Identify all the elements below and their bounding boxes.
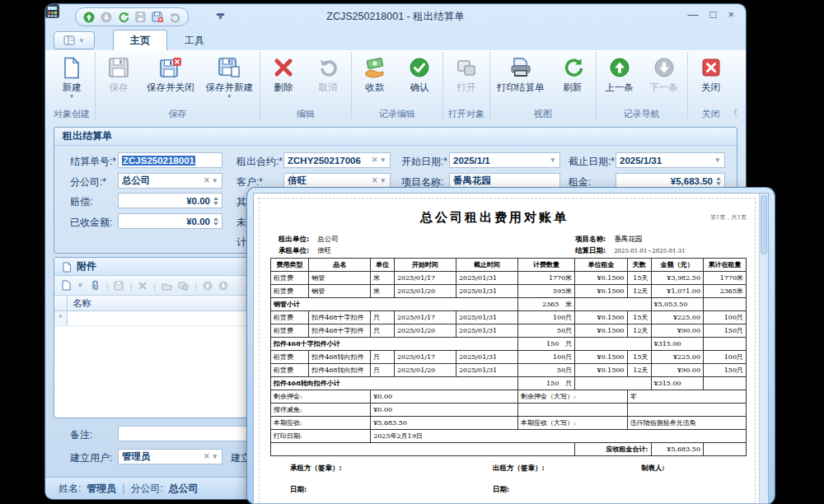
- next-record-button[interactable]: 下一条: [642, 52, 686, 108]
- report-row: 剩余押金:¥0.00剩余押金（大写）:零: [271, 390, 747, 404]
- report-row: 本期应收:¥5,683.50本期应收（大写）:伍仟陆佰捌拾叁元伍角: [271, 417, 747, 430]
- chevron-down-icon[interactable]: ▾: [379, 156, 386, 164]
- chevron-down-icon[interactable]: ▾: [379, 177, 386, 184]
- save-and-new-button[interactable]: 保存并新建▾: [200, 52, 260, 108]
- layout-icon: [63, 35, 75, 45]
- lessee-value: 倍旺: [317, 246, 331, 254]
- new-button[interactable]: 新建▾: [49, 52, 94, 108]
- received-label: 已收金额:: [70, 216, 112, 230]
- refresh-button[interactable]: 刷新: [550, 52, 595, 108]
- report-cell: ¥0.00: [371, 390, 518, 404]
- save-and-close-button[interactable]: 保存并关闭: [141, 52, 200, 108]
- new-document-icon: [62, 55, 82, 80]
- chevron-down-icon[interactable]: ▾: [549, 156, 556, 164]
- report-cell: 1770米: [704, 272, 747, 285]
- save-attachment-icon[interactable]: [114, 281, 124, 291]
- report-column-header: 单位: [371, 259, 395, 272]
- report-scrollbar[interactable]: [759, 194, 768, 503]
- report-cell: ¥5,053.50: [651, 298, 703, 311]
- rent-spin-input[interactable]: ¥5,683.50: [616, 173, 725, 189]
- report-cell: [271, 443, 575, 456]
- spinner[interactable]: [210, 217, 218, 226]
- chevron-down-icon[interactable]: ▾: [77, 282, 84, 289]
- clear-icon[interactable]: ✕: [202, 177, 212, 184]
- paperclip-icon[interactable]: [90, 280, 101, 291]
- received-spin-input[interactable]: ¥0.00: [118, 213, 222, 229]
- report-cell: 150只: [704, 364, 747, 377]
- tab-tools[interactable]: 工具: [167, 30, 222, 50]
- delete-button[interactable]: 删除: [261, 52, 306, 108]
- chevron-down-icon: ▾: [227, 94, 231, 99]
- application-menu-button[interactable]: ▾: [54, 31, 95, 49]
- delete-attachment-icon[interactable]: [138, 281, 147, 291]
- report-cell: 15天: [627, 272, 651, 285]
- clear-icon[interactable]: ✕: [370, 156, 380, 164]
- report-column-header: 天数: [627, 259, 651, 272]
- report-scrollbar-thumb[interactable]: [761, 195, 767, 254]
- spinner[interactable]: [713, 177, 721, 185]
- remark-label: 备注:: [70, 428, 92, 442]
- attachment-icon: [61, 261, 72, 273]
- report-row: 租赁费钢管米2025/01/172025/01/311770米¥0.150015…: [271, 272, 747, 285]
- created-by-combo[interactable]: 管理员 ✕▾: [118, 449, 222, 464]
- start-date-picker[interactable]: 2025/1/1 ▾: [449, 152, 560, 168]
- customer-combo[interactable]: 倍旺 ✕▾: [283, 173, 391, 189]
- report-cell: ¥90.00: [651, 364, 703, 377]
- ribbon-tab-row: ▾ 主页 工具: [45, 29, 746, 50]
- move-up-icon[interactable]: [203, 281, 213, 291]
- preparer-label: 制表人:: [641, 464, 665, 474]
- cancel-button[interactable]: 取消: [306, 52, 350, 108]
- clear-icon[interactable]: ✕: [370, 177, 380, 184]
- previous-record-button[interactable]: 上一条: [597, 52, 642, 108]
- chevron-down-icon[interactable]: ▾: [714, 156, 721, 164]
- report-column-header: 单位租金: [575, 259, 627, 272]
- save-button[interactable]: 保存: [96, 52, 141, 108]
- tab-home[interactable]: 主页: [113, 30, 167, 50]
- spinner[interactable]: [210, 197, 218, 205]
- ribbon-group-save: 保存 保存并关闭 保存并新建▾ 保存: [96, 52, 260, 121]
- close-button[interactable]: ×: [728, 8, 734, 21]
- report-cell: 150 只: [518, 377, 575, 390]
- report-cell: 租赁费: [271, 351, 309, 364]
- branch-combo[interactable]: 总公司 ✕▾: [118, 173, 222, 189]
- receive-money-icon: [363, 55, 386, 80]
- open-button[interactable]: 打开: [444, 52, 489, 108]
- report-cell: ¥225.00: [651, 311, 703, 324]
- maximize-button[interactable]: □: [710, 8, 717, 21]
- minimize-button[interactable]: —: [688, 8, 699, 21]
- close-red-icon: [700, 55, 722, 80]
- clear-icon[interactable]: ✕: [202, 453, 212, 460]
- report-cell: 1770米: [518, 272, 575, 285]
- report-row: 钢管小计2365 米¥5,053.50: [271, 298, 747, 311]
- report-cell: 只: [371, 324, 395, 338]
- confirm-button[interactable]: 确认: [397, 52, 442, 108]
- end-date-label: 截止日期:*: [569, 155, 615, 169]
- titlebar[interactable]: ▬▾ ZCJS250218001 - 租出结算单 — □ ×: [45, 4, 746, 29]
- contract-combo[interactable]: ZCHY250217006 ✕▾: [283, 152, 391, 168]
- print-settlement-button[interactable]: 打印结算单: [491, 52, 550, 108]
- new-attachment-icon[interactable]: [61, 280, 71, 291]
- settlement-no-input[interactable]: ZCJS250218001: [118, 152, 222, 168]
- chevron-down-icon[interactable]: ▾: [211, 177, 218, 184]
- report-cell: ¥0.1500: [575, 311, 627, 324]
- collapse-ribbon-icon[interactable]: 《: [729, 107, 737, 119]
- report-column-header: 累计在租量: [704, 259, 747, 272]
- report-cell: 只: [371, 364, 395, 377]
- project-input[interactable]: 番禺花园: [449, 173, 560, 189]
- compensation-spin-input[interactable]: ¥0.00: [118, 193, 222, 208]
- move-down-icon[interactable]: [218, 281, 228, 291]
- report-cell: 100只: [704, 351, 747, 364]
- report-cell: 扣件468转向扣件小计: [271, 377, 518, 390]
- open-with-icon[interactable]: [178, 281, 189, 291]
- report-cell: 报停减免:: [271, 404, 371, 417]
- undo-arrow-icon: [317, 55, 339, 80]
- open-attachment-icon[interactable]: [162, 281, 172, 291]
- report-cell: 扣件468转向扣件: [309, 351, 371, 364]
- close-form-button[interactable]: 关闭: [689, 52, 733, 108]
- report-cell: [575, 338, 651, 351]
- chevron-down-icon[interactable]: ▾: [211, 453, 218, 460]
- save-floppy-icon: [108, 55, 129, 80]
- save-and-close-icon: [159, 55, 182, 80]
- end-date-picker[interactable]: 2025/1/31 ▾: [616, 152, 725, 168]
- receive-payment-button[interactable]: 收款: [353, 52, 397, 108]
